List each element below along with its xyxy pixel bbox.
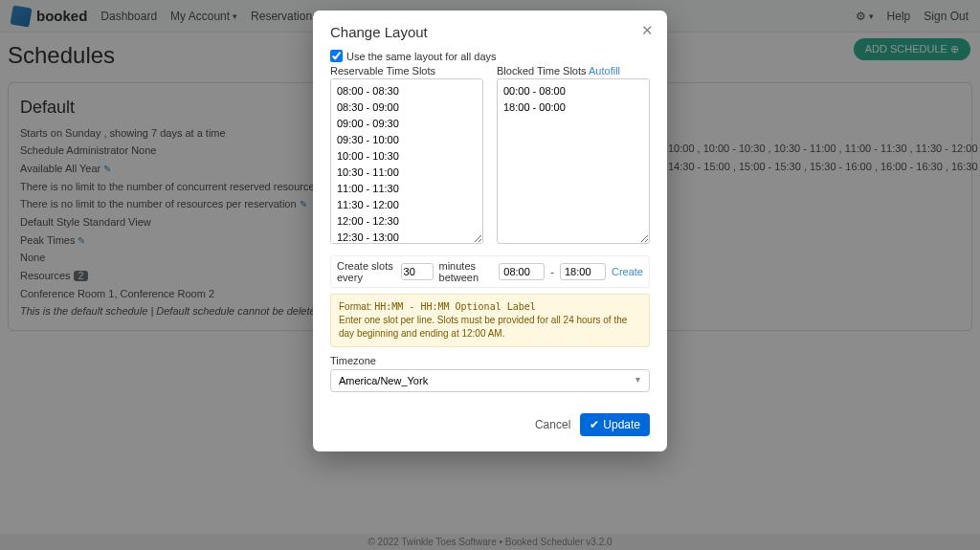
create-slots-row: Create slots every minutes between - Cre… xyxy=(330,255,650,288)
modal-title: Change Layout xyxy=(330,24,650,40)
dash: - xyxy=(550,266,554,277)
change-layout-modal: Change Layout ✕ Use the same layout for … xyxy=(313,11,667,451)
reservable-label: Reservable Time Slots xyxy=(330,65,483,77)
minutes-between-label: minutes between xyxy=(439,260,494,283)
create-link[interactable]: Create xyxy=(612,266,643,277)
reservable-slots-textarea[interactable] xyxy=(330,78,483,244)
close-icon[interactable]: ✕ xyxy=(641,22,654,39)
create-every-label: Create slots every xyxy=(337,260,395,283)
format-hint: Format: HH:MM - HH:MM Optional Label Ent… xyxy=(330,294,650,347)
timezone-label: Timezone xyxy=(330,355,650,366)
from-time-input[interactable] xyxy=(499,263,545,280)
same-layout-checkbox-row[interactable]: Use the same layout for all days xyxy=(330,50,650,62)
same-layout-label: Use the same layout for all days xyxy=(346,51,497,62)
cancel-button[interactable]: Cancel xyxy=(535,418,570,431)
blocked-slots-textarea[interactable] xyxy=(497,78,650,244)
same-layout-checkbox[interactable] xyxy=(330,50,343,62)
interval-input[interactable] xyxy=(401,263,434,280)
to-time-input[interactable] xyxy=(560,263,606,280)
check-icon: ✔ xyxy=(590,418,599,431)
blocked-label: Blocked Time Slots xyxy=(497,65,587,77)
autofill-link[interactable]: Autofill xyxy=(589,65,620,77)
update-button[interactable]: ✔ Update xyxy=(580,413,650,436)
timezone-select[interactable]: America/New_York xyxy=(330,369,650,392)
